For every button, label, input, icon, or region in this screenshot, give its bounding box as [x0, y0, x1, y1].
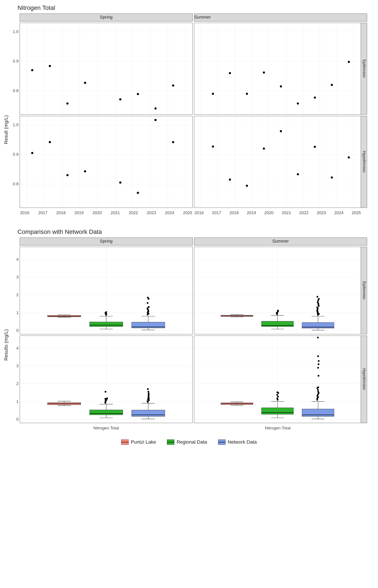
svg-point-251 [317, 387, 319, 388]
svg-point-36 [246, 93, 248, 95]
svg-point-79 [246, 185, 248, 187]
svg-point-83 [314, 146, 316, 148]
svg-point-85 [348, 156, 350, 159]
svg-point-235 [276, 391, 278, 393]
svg-point-257 [317, 337, 319, 338]
svg-point-192 [105, 398, 106, 400]
ylabel-1: Result (mg/L) [3, 115, 9, 144]
svg-point-122 [147, 302, 148, 304]
svg-point-13 [31, 69, 33, 71]
svg-point-248 [317, 391, 319, 393]
svg-point-209 [148, 393, 150, 394]
svg-point-56 [31, 152, 33, 154]
svg-point-59 [84, 170, 86, 172]
svg-point-211 [147, 388, 149, 390]
box-panel-summer-epi [194, 247, 361, 334]
svg-point-82 [297, 173, 299, 175]
legend-label: Regional Data [176, 439, 207, 445]
svg-point-16 [84, 82, 86, 84]
legend-swatch-icon [121, 440, 129, 445]
svg-point-252 [318, 375, 319, 377]
svg-point-120 [147, 307, 148, 309]
svg-point-81 [280, 130, 282, 132]
legend-item-regional: Regional Data [167, 439, 207, 445]
yaxis-scatter-2: 1.00.90.8 [10, 116, 20, 208]
facet-col-spring-2: Spring [20, 238, 193, 245]
scatter-panel-summer-hypo [194, 116, 361, 208]
svg-rect-141 [261, 321, 293, 327]
svg-point-20 [172, 84, 174, 87]
chart-title-1: Nitrogen Total [17, 4, 374, 11]
svg-point-231 [276, 398, 278, 399]
svg-point-256 [317, 355, 319, 357]
svg-point-18 [137, 93, 139, 95]
svg-point-84 [331, 176, 333, 178]
svg-point-169 [317, 296, 318, 297]
svg-point-194 [105, 391, 106, 393]
xaxis-box-left: Nitrogen Total [20, 424, 193, 430]
svg-point-35 [229, 72, 231, 74]
svg-point-63 [172, 141, 174, 143]
chart-title-2: Comparison with Network Data [17, 228, 374, 235]
svg-point-210 [148, 391, 149, 393]
legend-item-network: Network Data [218, 439, 257, 445]
svg-point-57 [49, 141, 51, 143]
svg-point-77 [212, 146, 214, 148]
facet-row-epi-1: Epilimnion [361, 23, 367, 115]
facet-col-spring-1: Spring [20, 13, 193, 21]
facet-row-epi-2: Epilimnion [361, 247, 367, 334]
facet-row-hypo-2: Hypolimnion [361, 335, 367, 423]
svg-rect-102 [90, 322, 123, 327]
svg-point-162 [316, 307, 318, 308]
nitrogen-total-chart: Nitrogen Total Result (mg/L) Spring Summ… [4, 4, 374, 215]
svg-point-14 [49, 65, 51, 67]
xaxis-scatter-right: 2016201720182019202020212022202320242025 [194, 209, 367, 215]
svg-point-168 [318, 298, 320, 300]
svg-point-37 [263, 71, 265, 74]
svg-point-40 [314, 96, 316, 99]
svg-point-42 [348, 61, 350, 63]
legend: Puntzi Lake Regional Data Network Data [4, 439, 374, 445]
svg-point-253 [317, 367, 319, 369]
yaxis-box-2: 43210 [10, 336, 20, 423]
svg-point-60 [119, 181, 122, 184]
xaxis-box-right: Nitrogen Total [194, 424, 367, 430]
svg-point-41 [331, 84, 333, 86]
facet-row-hypo-1: Hypolimnion [361, 116, 367, 208]
svg-point-233 [276, 394, 278, 396]
svg-point-80 [263, 147, 265, 150]
svg-point-255 [318, 360, 320, 362]
scatter-panel-summer-epi [194, 23, 361, 115]
svg-rect-240 [302, 409, 334, 416]
yaxis-scatter: 1.00.90.8 [10, 23, 20, 114]
yaxis-box: 43210 [10, 247, 20, 334]
svg-point-166 [317, 301, 319, 303]
svg-point-17 [119, 98, 122, 100]
scatter-panel-spring-epi: 1.00.90.8 [20, 23, 193, 115]
svg-point-202 [147, 400, 148, 402]
svg-rect-228 [261, 408, 293, 414]
xaxis-scatter-left: 2016201720182019202020212022202320242025 [20, 209, 193, 215]
svg-rect-199 [132, 410, 165, 416]
comparison-chart: Comparison with Network Data Results (mg… [4, 228, 374, 430]
scatter-panel-spring-hypo: 1.00.90.8 [20, 116, 193, 208]
box-panel-spring-hypo: 43210 [20, 335, 193, 423]
legend-label: Network Data [228, 439, 257, 445]
legend-swatch-icon [167, 440, 174, 445]
box-panel-summer-hypo [194, 335, 361, 423]
svg-point-193 [106, 398, 108, 399]
svg-point-15 [66, 102, 68, 105]
svg-point-121 [148, 306, 150, 308]
svg-point-249 [317, 389, 319, 391]
legend-label: Puntzi Lake [131, 439, 156, 445]
svg-point-232 [277, 396, 279, 398]
svg-point-39 [297, 102, 299, 105]
facet-col-summer-1: Summer [194, 13, 367, 21]
legend-item-puntzi: Puntzi Lake [121, 439, 156, 445]
facet-col-summer-2: Summer [194, 238, 367, 245]
svg-point-58 [66, 174, 68, 176]
svg-rect-186 [90, 410, 123, 415]
svg-point-34 [212, 93, 214, 95]
svg-point-254 [318, 363, 319, 365]
box-panel-spring-epi: 43210 [20, 247, 193, 334]
